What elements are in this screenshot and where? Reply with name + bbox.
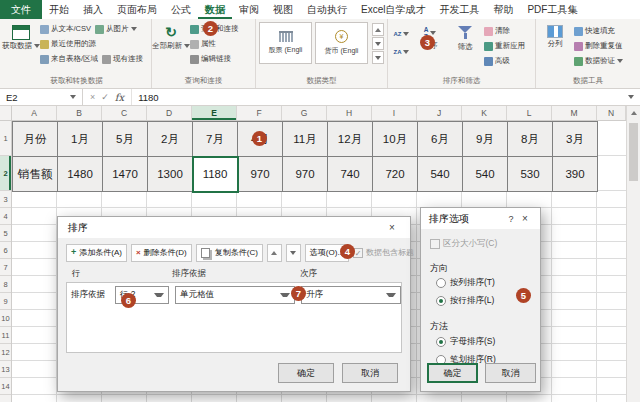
refresh-all-button[interactable]: ↻ 全部刷新 <box>155 22 187 50</box>
column-header-g[interactable]: G <box>282 106 327 120</box>
cell-f2[interactable]: 970 <box>238 157 283 192</box>
column-header-h[interactable]: H <box>327 106 372 120</box>
tab-developer[interactable]: 开发工具 <box>432 0 486 19</box>
cell-c1[interactable]: 5月 <box>103 122 148 157</box>
gallery-more-button[interactable] <box>372 51 384 64</box>
flash-fill-button[interactable]: 快速填充 <box>574 24 623 38</box>
from-text-csv-button[interactable]: 从文本/CSV <box>40 22 91 36</box>
tab-automate[interactable]: 自动执行 <box>300 0 354 19</box>
column-header-e[interactable]: E <box>192 106 237 120</box>
enter-entry-icon[interactable]: ✓ <box>101 92 109 102</box>
cell-l2[interactable]: 530 <box>508 157 553 192</box>
name-box[interactable]: E2 <box>0 89 83 105</box>
options-ok-button[interactable]: 确定 <box>427 363 478 383</box>
recent-sources-button[interactable]: 最近使用的源 <box>40 37 96 51</box>
tab-pdf-tools[interactable]: PDF工具集 <box>520 0 584 19</box>
row-header-2[interactable]: 2 <box>0 156 11 191</box>
column-header-c[interactable]: C <box>102 106 147 120</box>
tab-page-layout[interactable]: 页面布局 <box>110 0 164 19</box>
row-header-14[interactable]: 14 <box>0 378 11 395</box>
column-header-m[interactable]: M <box>552 106 597 120</box>
cell-a2[interactable]: 销售额 <box>13 157 58 192</box>
cell-d1[interactable]: 2月 <box>148 122 193 157</box>
cell-i2[interactable]: 720 <box>373 157 418 192</box>
tab-view[interactable]: 视图 <box>266 0 300 19</box>
tab-formulas[interactable]: 公式 <box>164 0 198 19</box>
close-icon[interactable]: × <box>384 222 400 233</box>
tab-file[interactable]: 文件 <box>0 0 42 19</box>
row-header-11[interactable]: 11 <box>0 327 11 344</box>
scrollbar-thumb[interactable] <box>629 123 638 181</box>
cell-j1[interactable]: 6月 <box>418 122 463 157</box>
existing-connections-button[interactable]: 现有连接 <box>102 52 143 66</box>
tab-insert[interactable]: 插入 <box>76 0 110 19</box>
tab-review[interactable]: 审阅 <box>232 0 266 19</box>
options-cancel-button[interactable]: 取消 <box>485 363 536 383</box>
row-header-3[interactable]: 3 <box>0 191 11 208</box>
column-header-d[interactable]: D <box>147 106 192 120</box>
sort-alphabetic-radio[interactable]: 字母排序(S) <box>436 336 495 348</box>
cell-h1[interactable]: 12月 <box>328 122 373 157</box>
column-header-l[interactable]: L <box>507 106 552 120</box>
cell-m2[interactable]: 390 <box>553 157 598 192</box>
insert-function-icon[interactable]: fx <box>115 92 124 103</box>
reapply-button[interactable]: 重新应用 <box>484 39 525 53</box>
vertical-scrollbar[interactable] <box>626 106 640 402</box>
row-header-5[interactable]: 5 <box>0 225 11 242</box>
select-all-corner[interactable] <box>0 106 12 121</box>
move-condition-down-button[interactable] <box>286 244 301 262</box>
delete-condition-button[interactable]: ×删除条件(D) <box>131 244 192 262</box>
properties-button[interactable]: 属性 <box>190 37 239 51</box>
column-header-n[interactable]: N <box>597 106 626 120</box>
row-header-6[interactable]: 6 <box>0 242 11 259</box>
cell-k1[interactable]: 9月 <box>463 122 508 157</box>
row-header-7[interactable]: 7 <box>0 259 11 276</box>
column-header-f[interactable]: F <box>237 106 282 120</box>
currency-data-type-tile[interactable]: ¥ 货币 (Engli <box>315 22 368 64</box>
cell-e2-selected[interactable]: 1180 <box>193 157 238 192</box>
cell-b1[interactable]: 1月 <box>58 122 103 157</box>
close-icon[interactable]: × <box>518 213 532 224</box>
cell-g1[interactable]: 11月 <box>283 122 328 157</box>
cell-j2[interactable]: 540 <box>418 157 463 192</box>
column-header-b[interactable]: B <box>57 106 102 120</box>
column-header-j[interactable]: J <box>417 106 462 120</box>
row-header-13[interactable]: 13 <box>0 361 11 378</box>
move-condition-up-button[interactable] <box>267 244 282 262</box>
cell-c2[interactable]: 1470 <box>103 157 148 192</box>
get-data-button[interactable]: 获取数据 <box>5 22 37 50</box>
column-header-i[interactable]: I <box>372 106 417 120</box>
sort-top-to-bottom-radio[interactable]: 按列排序(T) <box>436 277 495 289</box>
tab-data[interactable]: 数据 <box>198 0 232 19</box>
tab-home[interactable]: 开始 <box>42 0 76 19</box>
from-table-range-button[interactable]: 来自表格/区域 <box>40 52 98 66</box>
cancel-entry-icon[interactable]: × <box>90 92 95 102</box>
expand-formula-bar-button[interactable] <box>622 89 640 105</box>
row-header-4[interactable]: 4 <box>0 208 11 225</box>
tab-excel-self-study[interactable]: Excel自学成才 <box>354 0 432 19</box>
row-header-12[interactable]: 12 <box>0 344 11 361</box>
tab-help[interactable]: 帮助 <box>486 0 520 19</box>
row-header-8[interactable]: 8 <box>0 276 11 293</box>
column-header-k[interactable]: K <box>462 106 507 120</box>
cell-m1[interactable]: 3月 <box>553 122 598 157</box>
cell-l1[interactable]: 8月 <box>508 122 553 157</box>
row-header-9[interactable]: 9 <box>0 293 11 310</box>
row-header-1[interactable]: 1 <box>0 121 11 156</box>
filter-button[interactable]: 筛选 <box>449 22 481 51</box>
stocks-data-type-tile[interactable]: 股票 (Engli <box>259 22 312 64</box>
cell-h2[interactable]: 740 <box>328 157 373 192</box>
advanced-filter-button[interactable]: 高级 <box>484 54 525 68</box>
edit-links-button[interactable]: 编辑链接 <box>190 52 239 66</box>
formula-input[interactable]: 1180 <box>132 89 622 105</box>
sort-on-select[interactable]: 单元格值 <box>175 286 295 304</box>
clear-filter-button[interactable]: 清除 <box>484 24 525 38</box>
remove-duplicates-button[interactable]: 删除重复值 <box>574 39 623 53</box>
sort-cancel-button[interactable]: 取消 <box>342 363 398 383</box>
row-header-10[interactable]: 10 <box>0 310 11 327</box>
from-picture-button[interactable]: 从图片 <box>95 22 137 36</box>
help-icon[interactable]: ? <box>504 214 518 224</box>
data-validation-button[interactable]: 数据验证 <box>574 54 623 68</box>
cell-k2[interactable]: 540 <box>463 157 508 192</box>
order-select[interactable]: 升序 <box>301 286 401 304</box>
